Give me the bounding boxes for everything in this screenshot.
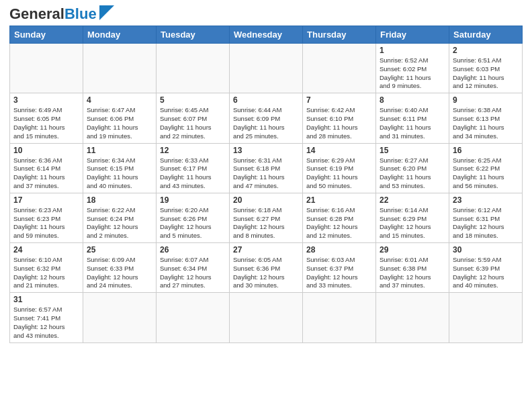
calendar-cell xyxy=(303,44,376,93)
calendar-cell: 8Sunrise: 6:40 AM Sunset: 6:11 PM Daylig… xyxy=(376,93,449,143)
calendar-cell: 19Sunrise: 6:20 AM Sunset: 6:26 PM Dayli… xyxy=(157,193,230,242)
day-number: 28 xyxy=(306,245,372,255)
calendar-cell: 31Sunrise: 6:57 AM Sunset: 7:41 PM Dayli… xyxy=(10,293,83,342)
day-info: Sunrise: 6:45 AM Sunset: 6:07 PM Dayligh… xyxy=(160,106,226,140)
calendar-cell xyxy=(157,44,230,93)
day-info: Sunrise: 6:01 AM Sunset: 6:38 PM Dayligh… xyxy=(380,256,445,290)
page: GeneralBlue SundayMondayTuesdayWednesday… xyxy=(0,0,532,350)
day-number: 1 xyxy=(380,46,445,55)
logo-blue: Blue xyxy=(64,5,97,22)
day-number: 7 xyxy=(306,95,372,105)
svg-marker-0 xyxy=(99,5,114,20)
day-number: 16 xyxy=(453,146,519,155)
calendar-cell: 13Sunrise: 6:31 AM Sunset: 6:18 PM Dayli… xyxy=(230,143,303,193)
calendar-cell: 22Sunrise: 6:14 AM Sunset: 6:29 PM Dayli… xyxy=(376,193,449,242)
calendar-cell: 28Sunrise: 6:03 AM Sunset: 6:37 PM Dayli… xyxy=(303,243,376,293)
calendar-cell: 16Sunrise: 6:25 AM Sunset: 6:22 PM Dayli… xyxy=(449,143,523,193)
day-info: Sunrise: 6:09 AM Sunset: 6:33 PM Dayligh… xyxy=(87,256,152,290)
calendar-cell: 26Sunrise: 6:07 AM Sunset: 6:34 PM Dayli… xyxy=(157,243,230,293)
day-info: Sunrise: 6:10 AM Sunset: 6:32 PM Dayligh… xyxy=(13,256,79,290)
logo-general: General xyxy=(9,5,64,22)
calendar-cell xyxy=(10,44,83,93)
calendar-cell: 21Sunrise: 6:16 AM Sunset: 6:28 PM Dayli… xyxy=(303,193,376,242)
day-number: 6 xyxy=(233,95,299,105)
day-info: Sunrise: 6:14 AM Sunset: 6:29 PM Dayligh… xyxy=(380,206,445,240)
day-info: Sunrise: 6:33 AM Sunset: 6:17 PM Dayligh… xyxy=(160,156,226,191)
header: GeneralBlue xyxy=(9,7,523,21)
calendar-cell xyxy=(230,44,303,93)
week-row-2: 10Sunrise: 6:36 AM Sunset: 6:14 PM Dayli… xyxy=(10,143,523,193)
week-row-4: 24Sunrise: 6:10 AM Sunset: 6:32 PM Dayli… xyxy=(10,243,523,293)
day-info: Sunrise: 6:38 AM Sunset: 6:13 PM Dayligh… xyxy=(453,106,519,140)
calendar-cell: 17Sunrise: 6:23 AM Sunset: 6:23 PM Dayli… xyxy=(10,193,83,242)
day-number: 12 xyxy=(160,146,226,155)
day-info: Sunrise: 6:52 AM Sunset: 6:02 PM Dayligh… xyxy=(380,56,445,91)
day-info: Sunrise: 6:18 AM Sunset: 6:27 PM Dayligh… xyxy=(233,206,299,240)
day-info: Sunrise: 6:25 AM Sunset: 6:22 PM Dayligh… xyxy=(453,156,519,191)
day-info: Sunrise: 6:31 AM Sunset: 6:18 PM Dayligh… xyxy=(233,156,299,191)
calendar-cell xyxy=(376,293,449,342)
calendar-cell: 24Sunrise: 6:10 AM Sunset: 6:32 PM Dayli… xyxy=(10,243,83,293)
day-info: Sunrise: 6:29 AM Sunset: 6:19 PM Dayligh… xyxy=(306,156,372,191)
day-info: Sunrise: 6:22 AM Sunset: 6:24 PM Dayligh… xyxy=(87,206,152,240)
day-number: 10 xyxy=(13,146,79,155)
calendar-cell: 9Sunrise: 6:38 AM Sunset: 6:13 PM Daylig… xyxy=(449,93,523,143)
calendar-cell: 4Sunrise: 6:47 AM Sunset: 6:06 PM Daylig… xyxy=(83,93,157,143)
calendar-cell: 5Sunrise: 6:45 AM Sunset: 6:07 PM Daylig… xyxy=(157,93,230,143)
day-info: Sunrise: 6:57 AM Sunset: 7:41 PM Dayligh… xyxy=(13,306,79,340)
calendar-cell: 23Sunrise: 6:12 AM Sunset: 6:31 PM Dayli… xyxy=(449,193,523,242)
calendar-cell xyxy=(303,293,376,342)
day-info: Sunrise: 6:42 AM Sunset: 6:10 PM Dayligh… xyxy=(306,106,372,140)
day-info: Sunrise: 6:12 AM Sunset: 6:31 PM Dayligh… xyxy=(453,206,519,240)
calendar-cell: 6Sunrise: 6:44 AM Sunset: 6:09 PM Daylig… xyxy=(230,93,303,143)
day-number: 17 xyxy=(13,195,79,205)
logo-area: GeneralBlue xyxy=(9,7,114,21)
weekday-header-wednesday: Wednesday xyxy=(230,26,303,44)
day-info: Sunrise: 6:36 AM Sunset: 6:14 PM Dayligh… xyxy=(13,156,79,191)
day-number: 29 xyxy=(380,245,445,255)
week-row-0: 1Sunrise: 6:52 AM Sunset: 6:02 PM Daylig… xyxy=(10,44,523,93)
day-info: Sunrise: 6:23 AM Sunset: 6:23 PM Dayligh… xyxy=(13,206,79,240)
day-info: Sunrise: 6:47 AM Sunset: 6:06 PM Dayligh… xyxy=(87,106,152,140)
weekday-header-row: SundayMondayTuesdayWednesdayThursdayFrid… xyxy=(10,26,523,44)
day-number: 15 xyxy=(380,146,445,155)
day-number: 26 xyxy=(160,245,226,255)
calendar-cell: 14Sunrise: 6:29 AM Sunset: 6:19 PM Dayli… xyxy=(303,143,376,193)
day-number: 30 xyxy=(453,245,519,255)
day-number: 20 xyxy=(233,195,299,205)
calendar-cell: 1Sunrise: 6:52 AM Sunset: 6:02 PM Daylig… xyxy=(376,44,449,93)
day-number: 9 xyxy=(453,95,519,105)
day-info: Sunrise: 6:03 AM Sunset: 6:37 PM Dayligh… xyxy=(306,256,372,290)
calendar-cell: 30Sunrise: 5:59 AM Sunset: 6:39 PM Dayli… xyxy=(449,243,523,293)
calendar-cell: 7Sunrise: 6:42 AM Sunset: 6:10 PM Daylig… xyxy=(303,93,376,143)
calendar-cell: 29Sunrise: 6:01 AM Sunset: 6:38 PM Dayli… xyxy=(376,243,449,293)
day-number: 21 xyxy=(306,195,372,205)
calendar-cell xyxy=(157,293,230,342)
day-info: Sunrise: 6:27 AM Sunset: 6:20 PM Dayligh… xyxy=(380,156,445,191)
calendar-cell: 27Sunrise: 6:05 AM Sunset: 6:36 PM Dayli… xyxy=(230,243,303,293)
calendar-cell: 25Sunrise: 6:09 AM Sunset: 6:33 PM Dayli… xyxy=(83,243,157,293)
day-number: 8 xyxy=(380,95,445,105)
day-number: 2 xyxy=(453,46,519,55)
calendar-cell: 3Sunrise: 6:49 AM Sunset: 6:05 PM Daylig… xyxy=(10,93,83,143)
week-row-3: 17Sunrise: 6:23 AM Sunset: 6:23 PM Dayli… xyxy=(10,193,523,242)
day-number: 23 xyxy=(453,195,519,205)
day-number: 24 xyxy=(13,245,79,255)
day-number: 13 xyxy=(233,146,299,155)
calendar-cell xyxy=(83,293,157,342)
weekday-header-saturday: Saturday xyxy=(449,26,523,44)
weekday-header-friday: Friday xyxy=(376,26,449,44)
day-info: Sunrise: 6:20 AM Sunset: 6:26 PM Dayligh… xyxy=(160,206,226,240)
day-number: 25 xyxy=(87,245,152,255)
weekday-header-thursday: Thursday xyxy=(303,26,376,44)
day-number: 4 xyxy=(87,95,152,105)
calendar-cell: 12Sunrise: 6:33 AM Sunset: 6:17 PM Dayli… xyxy=(157,143,230,193)
day-info: Sunrise: 6:34 AM Sunset: 6:15 PM Dayligh… xyxy=(87,156,152,191)
day-info: Sunrise: 6:16 AM Sunset: 6:28 PM Dayligh… xyxy=(306,206,372,240)
day-info: Sunrise: 6:07 AM Sunset: 6:34 PM Dayligh… xyxy=(160,256,226,290)
calendar: SundayMondayTuesdayWednesdayThursdayFrid… xyxy=(9,26,523,343)
week-row-1: 3Sunrise: 6:49 AM Sunset: 6:05 PM Daylig… xyxy=(10,93,523,143)
day-info: Sunrise: 6:05 AM Sunset: 6:36 PM Dayligh… xyxy=(233,256,299,290)
day-number: 18 xyxy=(87,195,152,205)
day-number: 22 xyxy=(380,195,445,205)
